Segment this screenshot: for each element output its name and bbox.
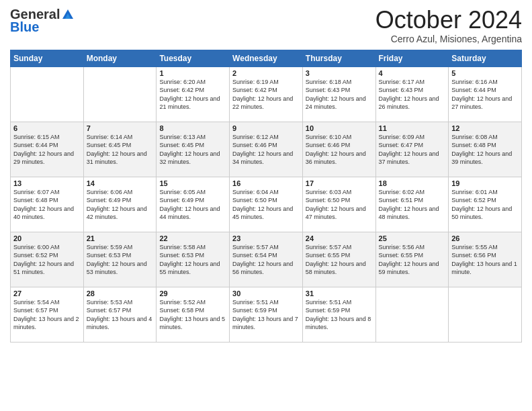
calendar-week-1: 1Sunrise: 6:20 AM Sunset: 6:42 PM Daylig…: [11, 66, 522, 122]
col-sunday: Sunday: [11, 50, 84, 66]
day-number: 23: [232, 234, 300, 242]
logo-blue: Blue: [10, 19, 39, 35]
cell-content: Sunrise: 6:07 AM Sunset: 6:48 PM Dayligh…: [13, 188, 81, 222]
calendar-cell: 4Sunrise: 6:17 AM Sunset: 6:43 PM Daylig…: [375, 66, 449, 122]
calendar-cell: 28Sunrise: 5:53 AM Sunset: 6:57 PM Dayli…: [83, 287, 157, 342]
calendar-cell: 24Sunrise: 5:57 AM Sunset: 6:55 PM Dayli…: [302, 232, 375, 287]
calendar-cell: 27Sunrise: 5:54 AM Sunset: 6:57 PM Dayli…: [11, 287, 84, 342]
calendar-cell: 2Sunrise: 6:19 AM Sunset: 6:42 PM Daylig…: [230, 66, 303, 122]
calendar-cell: 19Sunrise: 6:01 AM Sunset: 6:52 PM Dayli…: [449, 177, 522, 232]
calendar-week-2: 6Sunrise: 6:15 AM Sunset: 6:44 PM Daylig…: [11, 122, 522, 177]
cell-content: Sunrise: 6:08 AM Sunset: 6:48 PM Dayligh…: [451, 133, 519, 167]
calendar-cell: 29Sunrise: 5:52 AM Sunset: 6:58 PM Dayli…: [157, 287, 230, 342]
calendar-cell: [11, 66, 84, 122]
calendar-cell: 9Sunrise: 6:12 AM Sunset: 6:46 PM Daylig…: [230, 122, 303, 177]
col-thursday: Thursday: [302, 50, 375, 66]
day-number: 13: [13, 179, 81, 187]
col-friday: Friday: [375, 50, 449, 66]
day-number: 19: [451, 179, 519, 187]
calendar-header-row: Sunday Monday Tuesday Wednesday Thursday…: [11, 50, 522, 66]
day-number: 31: [306, 289, 373, 298]
cell-content: Sunrise: 6:13 AM Sunset: 6:45 PM Dayligh…: [159, 133, 226, 167]
col-saturday: Saturday: [449, 50, 522, 66]
day-number: 21: [87, 234, 154, 242]
day-number: 15: [159, 179, 226, 187]
calendar-cell: 30Sunrise: 5:51 AM Sunset: 6:59 PM Dayli…: [230, 287, 303, 342]
calendar-table: Sunday Monday Tuesday Wednesday Thursday…: [10, 50, 522, 342]
calendar-cell: 3Sunrise: 6:18 AM Sunset: 6:43 PM Daylig…: [302, 66, 375, 122]
calendar-cell: [83, 66, 157, 122]
calendar-cell: 25Sunrise: 5:56 AM Sunset: 6:55 PM Dayli…: [375, 232, 449, 287]
day-number: 28: [87, 289, 154, 298]
cell-content: Sunrise: 5:57 AM Sunset: 6:54 PM Dayligh…: [232, 243, 300, 277]
cell-content: Sunrise: 6:10 AM Sunset: 6:46 PM Dayligh…: [306, 133, 373, 167]
cell-content: Sunrise: 5:57 AM Sunset: 6:55 PM Dayligh…: [306, 243, 373, 277]
cell-content: Sunrise: 6:12 AM Sunset: 6:46 PM Dayligh…: [232, 133, 300, 167]
calendar-cell: 12Sunrise: 6:08 AM Sunset: 6:48 PM Dayli…: [449, 122, 522, 177]
calendar-cell: 1Sunrise: 6:20 AM Sunset: 6:42 PM Daylig…: [157, 66, 230, 122]
logo-icon: [61, 8, 75, 21]
calendar-cell: 15Sunrise: 6:05 AM Sunset: 6:49 PM Dayli…: [157, 177, 230, 232]
day-number: 10: [306, 124, 373, 132]
calendar-cell: 10Sunrise: 6:10 AM Sunset: 6:46 PM Dayli…: [302, 122, 375, 177]
day-number: 17: [306, 179, 373, 187]
title-section: October 2024 Cerro Azul, Misiones, Argen…: [375, 7, 522, 44]
day-number: 16: [232, 179, 300, 187]
cell-content: Sunrise: 6:14 AM Sunset: 6:45 PM Dayligh…: [87, 133, 154, 167]
cell-content: Sunrise: 6:04 AM Sunset: 6:50 PM Dayligh…: [232, 188, 300, 222]
page: General Blue October 2024 Cerro Azul, Mi…: [0, 0, 532, 411]
col-monday: Monday: [83, 50, 157, 66]
day-number: 22: [159, 234, 226, 242]
cell-content: Sunrise: 6:05 AM Sunset: 6:49 PM Dayligh…: [159, 188, 226, 222]
cell-content: Sunrise: 6:02 AM Sunset: 6:51 PM Dayligh…: [379, 188, 446, 222]
header: General Blue October 2024 Cerro Azul, Mi…: [10, 7, 522, 44]
calendar-cell: 17Sunrise: 6:03 AM Sunset: 6:50 PM Dayli…: [302, 177, 375, 232]
cell-content: Sunrise: 6:20 AM Sunset: 6:42 PM Dayligh…: [159, 78, 226, 111]
cell-content: Sunrise: 6:18 AM Sunset: 6:43 PM Dayligh…: [306, 78, 373, 111]
day-number: 6: [13, 124, 81, 132]
location-subtitle: Cerro Azul, Misiones, Argentina: [375, 34, 522, 44]
calendar-week-5: 27Sunrise: 5:54 AM Sunset: 6:57 PM Dayli…: [11, 287, 522, 342]
cell-content: Sunrise: 6:00 AM Sunset: 6:52 PM Dayligh…: [13, 243, 81, 277]
cell-content: Sunrise: 5:56 AM Sunset: 6:55 PM Dayligh…: [379, 243, 446, 277]
calendar-cell: 26Sunrise: 5:55 AM Sunset: 6:56 PM Dayli…: [449, 232, 522, 287]
day-number: 8: [159, 124, 226, 132]
cell-content: Sunrise: 6:01 AM Sunset: 6:52 PM Dayligh…: [451, 188, 519, 222]
day-number: 2: [232, 69, 300, 77]
day-number: 18: [379, 179, 446, 187]
cell-content: Sunrise: 5:58 AM Sunset: 6:53 PM Dayligh…: [159, 243, 226, 277]
day-number: 4: [379, 69, 446, 77]
cell-content: Sunrise: 5:51 AM Sunset: 6:59 PM Dayligh…: [306, 298, 373, 332]
calendar-cell: 22Sunrise: 5:58 AM Sunset: 6:53 PM Dayli…: [157, 232, 230, 287]
cell-content: Sunrise: 6:03 AM Sunset: 6:50 PM Dayligh…: [306, 188, 373, 222]
calendar-cell: 14Sunrise: 6:06 AM Sunset: 6:49 PM Dayli…: [83, 177, 157, 232]
calendar-cell: 6Sunrise: 6:15 AM Sunset: 6:44 PM Daylig…: [11, 122, 84, 177]
cell-content: Sunrise: 6:17 AM Sunset: 6:43 PM Dayligh…: [379, 78, 446, 111]
day-number: 1: [159, 69, 226, 77]
day-number: 29: [159, 289, 226, 298]
calendar-cell: 20Sunrise: 6:00 AM Sunset: 6:52 PM Dayli…: [11, 232, 84, 287]
day-number: 9: [232, 124, 300, 132]
calendar-cell: [449, 287, 522, 342]
cell-content: Sunrise: 5:53 AM Sunset: 6:57 PM Dayligh…: [87, 298, 154, 332]
col-wednesday: Wednesday: [230, 50, 303, 66]
cell-content: Sunrise: 6:15 AM Sunset: 6:44 PM Dayligh…: [13, 133, 81, 167]
day-number: 3: [306, 69, 373, 77]
calendar-cell: 13Sunrise: 6:07 AM Sunset: 6:48 PM Dayli…: [11, 177, 84, 232]
cell-content: Sunrise: 5:52 AM Sunset: 6:58 PM Dayligh…: [159, 298, 226, 332]
cell-content: Sunrise: 5:55 AM Sunset: 6:56 PM Dayligh…: [451, 243, 519, 277]
calendar-cell: [375, 287, 449, 342]
calendar-cell: 8Sunrise: 6:13 AM Sunset: 6:45 PM Daylig…: [157, 122, 230, 177]
cell-content: Sunrise: 6:16 AM Sunset: 6:44 PM Dayligh…: [451, 78, 519, 111]
calendar-cell: 5Sunrise: 6:16 AM Sunset: 6:44 PM Daylig…: [449, 66, 522, 122]
calendar-cell: 31Sunrise: 5:51 AM Sunset: 6:59 PM Dayli…: [302, 287, 375, 342]
calendar-cell: 23Sunrise: 5:57 AM Sunset: 6:54 PM Dayli…: [230, 232, 303, 287]
logo: General Blue: [10, 7, 75, 35]
month-title: October 2024: [375, 7, 522, 34]
day-number: 7: [87, 124, 154, 132]
calendar-cell: 18Sunrise: 6:02 AM Sunset: 6:51 PM Dayli…: [375, 177, 449, 232]
cell-content: Sunrise: 5:54 AM Sunset: 6:57 PM Dayligh…: [13, 298, 81, 332]
cell-content: Sunrise: 5:59 AM Sunset: 6:53 PM Dayligh…: [87, 243, 154, 277]
day-number: 27: [13, 289, 81, 298]
col-tuesday: Tuesday: [157, 50, 230, 66]
